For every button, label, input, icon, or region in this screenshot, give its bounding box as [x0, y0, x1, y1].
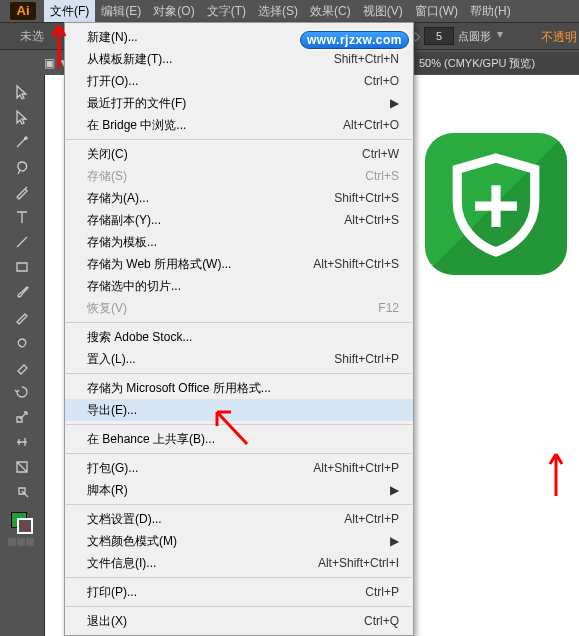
menu-item-label: 存储(S) [87, 168, 365, 185]
submenu-arrow-icon: ▶ [390, 534, 399, 548]
menu-item-shortcut: Alt+Shift+Ctrl+I [318, 556, 399, 570]
menu-item-shortcut: Alt+Shift+Ctrl+S [313, 257, 399, 271]
brush-tool[interactable] [11, 281, 33, 303]
menu-item-label: 存储副本(Y)... [87, 212, 344, 229]
type-tool[interactable] [11, 206, 33, 228]
menu-item-label: 恢复(V) [87, 300, 378, 317]
file-menu-dropdown: 新建(N)...Ctrl+N从模板新建(T)...Shift+Ctrl+N打开(… [64, 22, 414, 636]
menu-item-label: 存储为(A)... [87, 190, 334, 207]
menu-item[interactable]: 效果(C) [304, 0, 357, 22]
separator [66, 322, 412, 323]
menu-item-shortcut: Shift+Ctrl+S [334, 191, 399, 205]
menu-item-label: 搜索 Adobe Stock... [87, 329, 399, 346]
menu-item-shortcut: Ctrl+O [364, 74, 399, 88]
chevron-down-icon[interactable]: ▾ [493, 27, 507, 45]
menu-item[interactable]: 帮助(H) [464, 0, 517, 22]
fill-stroke-swatch[interactable] [11, 512, 33, 534]
menu-item-shortcut: Ctrl+P [365, 585, 399, 599]
separator [66, 139, 412, 140]
menu-item-shortcut: Ctrl+W [362, 147, 399, 161]
stroke-profile-label: 点圆形 [458, 29, 491, 44]
blob-tool[interactable] [11, 331, 33, 353]
menu-item-shortcut: F12 [378, 301, 399, 315]
stroke-color[interactable] [17, 518, 33, 534]
menu-item[interactable]: 文件信息(I)...Alt+Shift+Ctrl+I [65, 552, 413, 574]
menu-item-label: 存储选中的切片... [87, 278, 399, 295]
tools-panel [0, 75, 45, 636]
menu-item-shortcut: Alt+Ctrl+O [343, 118, 399, 132]
menu-item[interactable]: 打包(G)...Alt+Shift+Ctrl+P [65, 457, 413, 479]
menu-item[interactable]: 视图(V) [357, 0, 409, 22]
stroke-weight-input[interactable] [424, 27, 454, 45]
menu-item[interactable]: 选择(S) [252, 0, 304, 22]
menu-item[interactable]: 存储选中的切片... [65, 275, 413, 297]
menu-item[interactable]: 存储为(A)...Shift+Ctrl+S [65, 187, 413, 209]
menu-item-label: 存储为 Microsoft Office 所用格式... [87, 380, 399, 397]
menu-item[interactable]: 存储副本(Y)...Alt+Ctrl+S [65, 209, 413, 231]
menubar: 文件(F)编辑(E)对象(O)文字(T)选择(S)效果(C)视图(V)窗口(W)… [0, 0, 579, 22]
menu-item[interactable]: 在 Bridge 中浏览...Alt+Ctrl+O [65, 114, 413, 136]
line-tool[interactable] [11, 231, 33, 253]
menu-item[interactable]: 文档设置(D)...Alt+Ctrl+P [65, 508, 413, 530]
menu-item[interactable]: 脚本(R)▶ [65, 479, 413, 501]
menu-item-label: 打包(G)... [87, 460, 313, 477]
selection-tool[interactable] [11, 81, 33, 103]
scale-tool[interactable] [11, 406, 33, 428]
shape-builder-tool[interactable] [11, 481, 33, 503]
menu-item-shortcut: Alt+Ctrl+S [344, 213, 399, 227]
menu-item[interactable]: 退出(X)Ctrl+Q [65, 610, 413, 632]
menu-item[interactable]: 对象(O) [147, 0, 200, 22]
menu-item-shortcut: Shift+Ctrl+N [334, 52, 399, 66]
menu-item[interactable]: 搜索 Adobe Stock... [65, 326, 413, 348]
menu-item: 存储(S)Ctrl+S [65, 165, 413, 187]
menu-item-label: 从模板新建(T)... [87, 51, 334, 68]
menu-item-shortcut: Ctrl+S [365, 169, 399, 183]
lasso-tool[interactable] [11, 156, 33, 178]
menu-item-shortcut: Alt+Ctrl+P [344, 512, 399, 526]
menu-item[interactable]: 窗口(W) [409, 0, 464, 22]
eraser-tool[interactable] [11, 356, 33, 378]
annotation-arrow [205, 400, 255, 450]
menu-item[interactable]: 置入(L)...Shift+Ctrl+P [65, 348, 413, 370]
menu-item[interactable]: 存储为 Web 所用格式(W)...Alt+Shift+Ctrl+S [65, 253, 413, 275]
separator [66, 504, 412, 505]
separator [66, 453, 412, 454]
menu-item[interactable]: 打印(P)...Ctrl+P [65, 581, 413, 603]
separator [66, 577, 412, 578]
annotation-arrow [43, 18, 75, 72]
menu-item-shortcut: Shift+Ctrl+P [334, 352, 399, 366]
color-mode-minis[interactable] [8, 538, 36, 546]
menu-item[interactable]: 存储为 Microsoft Office 所用格式... [65, 377, 413, 399]
menu-item-label: 打印(P)... [87, 584, 365, 601]
menu-item-label: 打开(O)... [87, 73, 364, 90]
menu-item[interactable]: 打开(O)...Ctrl+O [65, 70, 413, 92]
separator [66, 606, 412, 607]
width-tool[interactable] [11, 431, 33, 453]
artwork-shield-icon[interactable] [425, 133, 567, 275]
menu-item[interactable]: 最近打开的文件(F)▶ [65, 92, 413, 114]
submenu-arrow-icon: ▶ [390, 483, 399, 497]
menu-item[interactable]: 存储为模板... [65, 231, 413, 253]
watermark: www.rjzxw.com [300, 31, 409, 49]
menu-item[interactable]: 从模板新建(T)...Shift+Ctrl+N [65, 48, 413, 70]
annotation-arrow [540, 446, 572, 500]
menu-item[interactable]: 关闭(C)Ctrl+W [65, 143, 413, 165]
menu-item[interactable]: 文档颜色模式(M)▶ [65, 530, 413, 552]
menu-item-label: 存储为模板... [87, 234, 399, 251]
app-logo: Ai [10, 2, 36, 20]
direct-selection-tool[interactable] [11, 106, 33, 128]
menu-item-shortcut: Ctrl+Q [364, 614, 399, 628]
menu-item[interactable]: 文字(T) [201, 0, 252, 22]
menu-item-label: 脚本(R) [87, 482, 390, 499]
menu-item-label: 存储为 Web 所用格式(W)... [87, 256, 313, 273]
menu-item-label: 文件信息(I)... [87, 555, 318, 572]
rotate-tool[interactable] [11, 381, 33, 403]
opacity-label: 不透明 [541, 23, 577, 51]
free-transform-tool[interactable] [11, 456, 33, 478]
rectangle-tool[interactable] [11, 256, 33, 278]
menu-item-label: 文档颜色模式(M) [87, 533, 390, 550]
menu-item[interactable]: 编辑(E) [95, 0, 147, 22]
wand-tool[interactable] [11, 131, 33, 153]
pencil-tool[interactable] [11, 306, 33, 328]
pen-tool[interactable] [11, 181, 33, 203]
